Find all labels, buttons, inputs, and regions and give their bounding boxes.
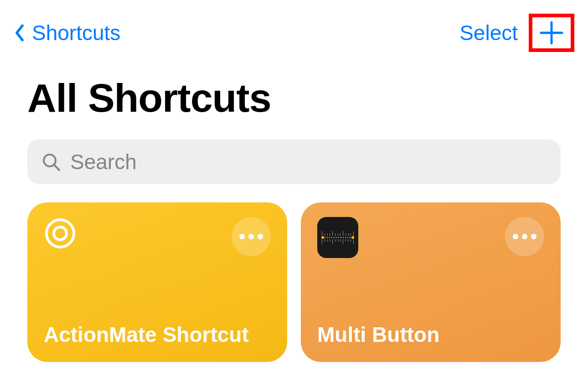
shortcut-card-multibutton[interactable]: Multi Button [301, 202, 561, 362]
shortcut-title: ActionMate Shortcut [44, 322, 271, 347]
target-icon [44, 217, 77, 250]
ellipsis-dot [258, 234, 263, 239]
chevron-left-icon [14, 23, 26, 43]
ellipsis-dot [513, 234, 518, 239]
ellipsis-dot [248, 234, 254, 239]
navigation-bar: Shortcuts Select [0, 0, 588, 61]
back-button[interactable]: Shortcuts [14, 21, 120, 45]
measure-app-icon [317, 217, 358, 258]
search-field[interactable] [27, 139, 561, 184]
ellipsis-dot [239, 234, 245, 239]
ellipsis-dot [531, 234, 536, 239]
svg-point-5 [54, 227, 67, 240]
page-title: All Shortcuts [0, 61, 588, 135]
more-button[interactable] [505, 217, 544, 256]
plus-icon [539, 20, 564, 46]
back-label: Shortcuts [32, 21, 120, 45]
select-button[interactable]: Select [459, 21, 518, 45]
svg-point-4 [46, 220, 74, 247]
search-input[interactable] [70, 150, 547, 174]
more-button[interactable] [232, 217, 271, 256]
shortcut-card-actionmate[interactable]: ActionMate Shortcut [27, 202, 287, 362]
add-button[interactable] [539, 20, 564, 46]
shortcuts-grid: ActionMate Shortcut [0, 202, 588, 362]
shortcut-title: Multi Button [317, 322, 544, 347]
add-button-highlight [529, 14, 574, 52]
search-icon [41, 152, 61, 172]
ellipsis-dot [522, 234, 527, 239]
nav-right-group: Select [459, 14, 574, 52]
svg-line-3 [54, 165, 59, 170]
